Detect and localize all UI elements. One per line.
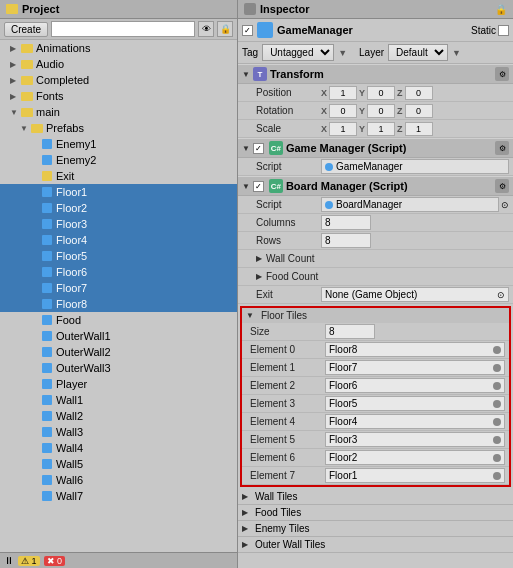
bm-menu-icon[interactable]: ⚙ (495, 179, 509, 193)
eye-icon[interactable]: 👁 (198, 21, 214, 37)
position-y[interactable] (367, 86, 395, 100)
tree-item-wall4[interactable]: Wall4 (0, 440, 237, 456)
enemy-tiles-section[interactable]: ▶ Enemy Tiles (238, 521, 513, 537)
transform-section-header[interactable]: ▼ T Transform ⚙ (238, 64, 513, 84)
lock-icon[interactable]: 🔒 (217, 21, 233, 37)
columns-field[interactable] (321, 215, 371, 230)
tree-item-outerwall2[interactable]: OuterWall2 (0, 344, 237, 360)
tree-item-player[interactable]: Player (0, 376, 237, 392)
tree-item-completed[interactable]: ▶ Completed (0, 72, 237, 88)
inspector-object-row: GameManager Static (238, 19, 513, 42)
inspector-body: ▼ T Transform ⚙ Position X Y Z Rotation … (238, 64, 513, 568)
bm-script-section-header[interactable]: ▼ C# Board Manager (Script) ⚙ (238, 176, 513, 196)
folder-icon (6, 4, 18, 14)
tree-item-floor5[interactable]: Floor5 (0, 248, 237, 264)
scale-z[interactable] (405, 122, 433, 136)
position-x[interactable] (329, 86, 357, 100)
tree-item-floor2[interactable]: Floor2 (0, 200, 237, 216)
scale-y[interactable] (367, 122, 395, 136)
floor-tiles-header[interactable]: ▼ Floor Tiles (242, 308, 509, 323)
tree-item-food[interactable]: Food (0, 312, 237, 328)
food-count-label: Food Count (266, 271, 318, 282)
floor-tile-elem-2-label: Element 2 (250, 380, 325, 391)
tree-item-main[interactable]: ▼ main (0, 104, 237, 120)
tree-item-wall2[interactable]: Wall2 (0, 408, 237, 424)
search-input[interactable] (51, 21, 195, 37)
tree-item-animations[interactable]: ▶ Animations (0, 40, 237, 56)
create-button[interactable]: Create (4, 22, 48, 37)
floor-tile-elem-3: Element 3 Floor5 (242, 395, 509, 413)
tree-item-floor7[interactable]: Floor7 (0, 280, 237, 296)
tree-item-outerwall3[interactable]: OuterWall3 (0, 360, 237, 376)
position-label: Position (256, 87, 321, 98)
exit-row: Exit None (Game Object) ⊙ (238, 286, 513, 304)
food-tiles-section[interactable]: ▶ Food Tiles (238, 505, 513, 521)
position-z[interactable] (405, 86, 433, 100)
bm-enabled-checkbox[interactable] (253, 181, 264, 192)
static-checkbox[interactable] (498, 25, 509, 36)
project-tree: ▶ Animations ▶ Audio ▶ Completed ▶ Fonts… (0, 40, 237, 552)
error-badge: ✖ 0 (44, 556, 66, 566)
tree-item-floor1[interactable]: Floor1 (0, 184, 237, 200)
tree-item-wall1[interactable]: Wall1 (0, 392, 237, 408)
tree-item-wall3[interactable]: Wall3 (0, 424, 237, 440)
tree-item-floor3[interactable]: Floor3 (0, 216, 237, 232)
floor-tile-elem-6-label: Element 6 (250, 452, 325, 463)
tree-item-floor8[interactable]: Floor8 (0, 296, 237, 312)
columns-label: Columns (256, 217, 321, 228)
scale-label: Scale (256, 123, 321, 134)
tree-item-wall7[interactable]: Wall7 (0, 488, 237, 504)
bm-circle-icon[interactable]: ⊙ (501, 200, 509, 210)
floor-tile-elem-7-label: Element 7 (250, 470, 325, 481)
floor-tile-elem-4-label: Element 4 (250, 416, 325, 427)
gm-enabled-checkbox[interactable] (253, 143, 264, 154)
layer-select[interactable]: Default (388, 44, 448, 61)
gm-script-section-header[interactable]: ▼ C# Game Manager (Script) ⚙ (238, 138, 513, 158)
floor-tiles-size-label: Size (250, 326, 325, 337)
gm-script-title: Game Manager (Script) (286, 142, 492, 154)
project-bottom-bar: ⏸ ⚠ 1 ✖ 0 (0, 552, 237, 568)
tree-item-audio[interactable]: ▶ Audio (0, 56, 237, 72)
scale-x[interactable] (329, 122, 357, 136)
transform-menu-icon[interactable]: ⚙ (495, 67, 509, 81)
tree-item-enemy1[interactable]: Enemy1 (0, 136, 237, 152)
rotation-x[interactable] (329, 104, 357, 118)
rotation-row: Rotation X Y Z (238, 102, 513, 120)
rotation-y[interactable] (367, 104, 395, 118)
tree-item-fonts[interactable]: ▶ Fonts (0, 88, 237, 104)
tag-select[interactable]: Untagged (262, 44, 334, 61)
outer-wall-tiles-section[interactable]: ▶ Outer Wall Tiles (238, 537, 513, 553)
project-panel: Project Create 👁 🔒 ▶ Animations ▶ Audio … (0, 0, 238, 568)
object-icon (257, 22, 273, 38)
wall-tiles-section[interactable]: ▶ Wall Tiles (238, 489, 513, 505)
floor-tile-elem-5-label: Element 5 (250, 434, 325, 445)
layer-label: Layer (359, 47, 384, 58)
wall-count-row[interactable]: ▶ Wall Count (238, 250, 513, 268)
tree-item-floor4[interactable]: Floor4 (0, 232, 237, 248)
floor-tiles-section: ▼ Floor Tiles Size Element 0 Floor8 Elem… (240, 306, 511, 487)
tree-item-outerwall1[interactable]: OuterWall1 (0, 328, 237, 344)
tree-item-prefabs[interactable]: ▼ Prefabs (0, 120, 237, 136)
tree-item-wall5[interactable]: Wall5 (0, 456, 237, 472)
tree-item-enemy2[interactable]: Enemy2 (0, 152, 237, 168)
tree-item-wall6[interactable]: Wall6 (0, 472, 237, 488)
bm-script-row: Script BoardManager ⊙ (238, 196, 513, 214)
rotation-z[interactable] (405, 104, 433, 118)
tag-row: Tag Untagged ▼ Layer Default ▼ (238, 42, 513, 64)
position-row: Position X Y Z (238, 84, 513, 102)
floor-tile-elem-2: Element 2 Floor6 (242, 377, 509, 395)
project-panel-title: Project (22, 3, 59, 15)
food-count-row[interactable]: ▶ Food Count (238, 268, 513, 286)
gm-script-label: Script (256, 161, 321, 172)
inspector-panel: Inspector 🔒 GameManager Static Tag Untag… (238, 0, 513, 568)
tree-item-exit[interactable]: Exit (0, 168, 237, 184)
floor-tile-elem-3-label: Element 3 (250, 398, 325, 409)
tree-item-floor6[interactable]: Floor6 (0, 264, 237, 280)
rows-field[interactable] (321, 233, 371, 248)
floor-tile-elem-1: Element 1 Floor7 (242, 359, 509, 377)
floor-tile-elem-5: Element 5 Floor3 (242, 431, 509, 449)
gm-menu-icon[interactable]: ⚙ (495, 141, 509, 155)
floor-tile-elem-0-label: Element 0 (250, 344, 325, 355)
active-checkbox[interactable] (242, 25, 253, 36)
floor-tiles-size-field[interactable] (325, 324, 375, 339)
